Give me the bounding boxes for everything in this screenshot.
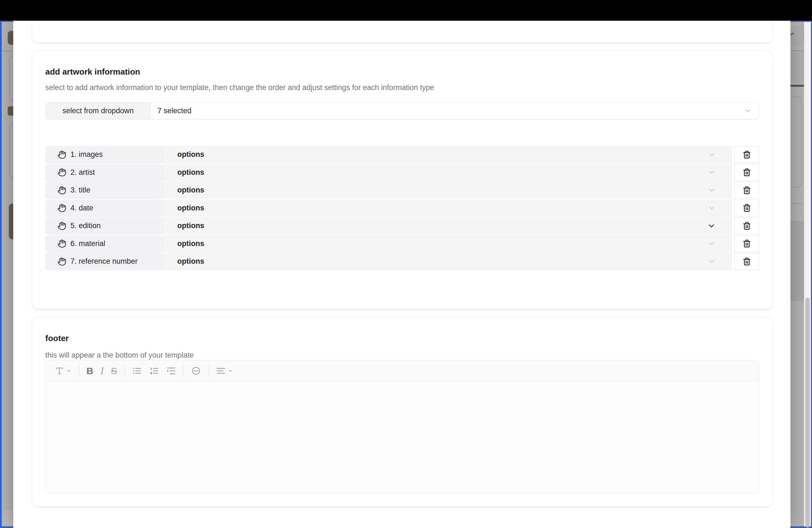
- options-label: options: [177, 150, 204, 159]
- row-label: 3. title: [70, 186, 90, 194]
- trash-icon: [743, 186, 751, 194]
- selected-count-value[interactable]: 7 selected: [151, 102, 759, 119]
- background-olive-button: [8, 31, 13, 45]
- options-toggle[interactable]: options: [163, 146, 731, 163]
- background-panel: [9, 123, 13, 178]
- selected-count-text: 7 selected: [157, 107, 191, 115]
- editor-toolbar: B I S: [46, 361, 759, 381]
- delete-row-button[interactable]: [735, 146, 759, 163]
- delete-row-button[interactable]: [735, 217, 759, 234]
- options-label: options: [177, 221, 204, 230]
- drag-handle[interactable]: 6. material: [45, 235, 163, 252]
- page-scrollbar-track[interactable]: [804, 22, 811, 526]
- trash-icon: [743, 258, 751, 266]
- bold-icon: B: [86, 366, 93, 376]
- row-label: 6. material: [70, 239, 105, 248]
- section-title: footer: [45, 333, 69, 344]
- bullet-list-button[interactable]: [132, 366, 142, 376]
- options-toggle[interactable]: options: [163, 200, 731, 217]
- background-divider: [790, 203, 804, 204]
- background-divider: [2, 51, 13, 52]
- options-toggle-expanded[interactable]: options: [163, 217, 731, 234]
- chevron-down-icon: [66, 368, 72, 373]
- editor-content-area[interactable]: [46, 381, 759, 493]
- section-description: select to add artwork information to you…: [45, 83, 434, 92]
- options-toggle[interactable]: options: [163, 182, 731, 199]
- footer-card: footer this will appear a the bottom of …: [32, 317, 773, 507]
- options-label: options: [177, 186, 204, 194]
- trash-icon: [743, 150, 751, 159]
- chevron-down-icon: [708, 204, 716, 212]
- artwork-info-select[interactable]: select from dropdown 7 selected: [45, 102, 759, 119]
- toolbar-divider: [124, 365, 125, 377]
- align-button[interactable]: [216, 366, 233, 376]
- indent-button[interactable]: [166, 366, 176, 376]
- template-settings-modal: add artwork information select to add ar…: [13, 21, 791, 528]
- chevron-down-icon: [707, 221, 716, 230]
- hand-icon: [57, 150, 66, 159]
- toolbar-divider: [184, 365, 184, 377]
- text-style-button[interactable]: [54, 366, 72, 376]
- delete-row-button[interactable]: [735, 200, 759, 217]
- link-icon: [191, 366, 201, 376]
- background-panel: [790, 96, 802, 188]
- chevron-down-icon: [708, 186, 716, 194]
- delete-row-button[interactable]: [735, 182, 759, 199]
- options-toggle[interactable]: options: [163, 164, 731, 181]
- trash-icon: [743, 168, 751, 176]
- section-title: add artwork information: [45, 66, 140, 77]
- footer-rich-text-editor: B I S: [45, 360, 759, 493]
- background-olive-button: [9, 204, 13, 239]
- options-label: options: [177, 168, 204, 177]
- drag-handle[interactable]: 5. edition: [45, 217, 163, 234]
- strikethrough-icon: S: [111, 366, 117, 376]
- align-left-icon: [216, 366, 226, 376]
- toolbar-divider: [79, 365, 79, 377]
- options-toggle[interactable]: options: [163, 253, 731, 270]
- link-button[interactable]: [191, 366, 201, 376]
- select-from-dropdown-label: select from dropdown: [46, 102, 151, 119]
- row-reference-number: 7. reference number options: [45, 253, 759, 270]
- toolbar-divider: [208, 365, 209, 377]
- artwork-information-card: add artwork information select to add ar…: [32, 50, 773, 309]
- italic-button[interactable]: I: [101, 366, 104, 376]
- background-left-strip: [2, 22, 13, 526]
- row-label: 1. images: [70, 150, 103, 159]
- artwork-info-rows: 1. images options 2. artist: [45, 146, 759, 271]
- row-label: 2. artist: [70, 168, 95, 177]
- drag-handle[interactable]: 1. images: [45, 146, 163, 163]
- options-toggle[interactable]: options: [163, 235, 731, 252]
- row-artist: 2. artist options: [45, 164, 759, 181]
- drag-handle[interactable]: 7. reference number: [45, 253, 163, 270]
- text-style-icon: [54, 366, 64, 376]
- section-description: this will appear a the bottom of your te…: [45, 350, 193, 360]
- delete-row-button[interactable]: [735, 253, 759, 270]
- row-label: 5. edition: [70, 221, 101, 230]
- row-edition: 5. edition options: [45, 217, 759, 234]
- drag-handle[interactable]: 2. artist: [45, 164, 163, 181]
- chevron-down-icon: [708, 168, 716, 176]
- numbered-list-button[interactable]: [149, 366, 159, 376]
- row-material: 6. material options: [45, 235, 759, 252]
- bold-button[interactable]: B: [86, 366, 93, 376]
- hand-icon: [57, 257, 66, 266]
- row-date: 4. date options: [45, 200, 759, 217]
- background-right-strip: [790, 22, 804, 526]
- numbered-list-icon: [149, 366, 159, 376]
- chevron-down-icon: [708, 150, 716, 159]
- hand-icon: [57, 204, 66, 212]
- row-images: 1. images options: [45, 146, 759, 163]
- drag-handle[interactable]: 3. title: [45, 182, 163, 199]
- delete-row-button[interactable]: [735, 235, 759, 252]
- drag-handle[interactable]: 4. date: [45, 200, 163, 217]
- page-scrollbar-thumb[interactable]: [806, 298, 810, 527]
- strikethrough-button[interactable]: S: [111, 366, 117, 376]
- background-olive-chip: [8, 106, 13, 116]
- chevron-down-icon: [743, 106, 752, 115]
- chevron-down-icon: [708, 239, 716, 248]
- background-panel: [9, 55, 13, 102]
- background-band: [790, 53, 804, 82]
- italic-icon: I: [101, 366, 104, 376]
- trash-icon: [743, 239, 751, 248]
- delete-row-button[interactable]: [735, 164, 759, 181]
